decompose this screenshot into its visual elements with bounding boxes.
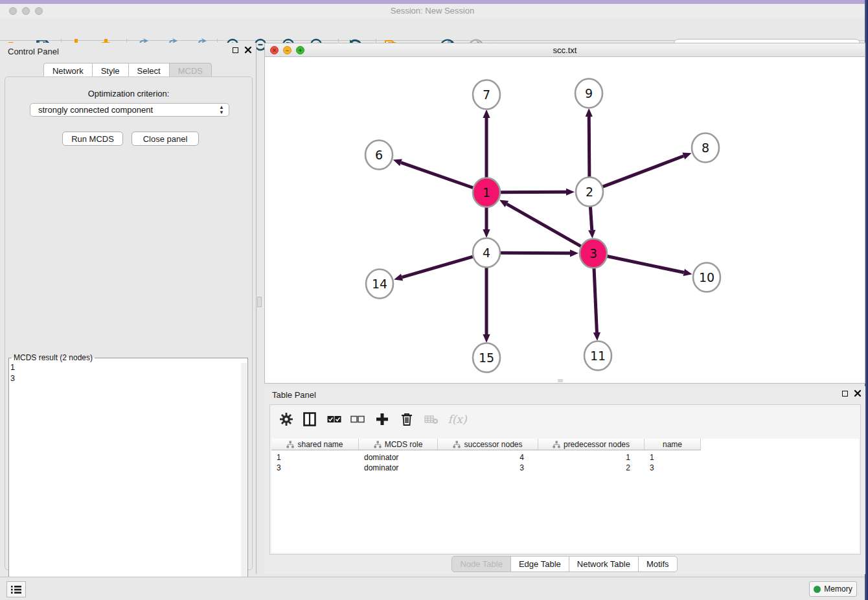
table-toolbar: f(x) (270, 405, 860, 433)
column-visibility-icon[interactable] (301, 411, 318, 428)
edge-1-6[interactable] (401, 163, 473, 188)
graph-node-15[interactable]: 15 (473, 343, 500, 373)
task-history-button[interactable] (6, 581, 26, 597)
select-all-icon[interactable] (326, 411, 343, 428)
tab-edge-table[interactable]: Edge Table (510, 556, 569, 572)
edge-3-11[interactable] (594, 268, 597, 332)
window-titlebar: Session: New Session (0, 4, 865, 19)
node-label: 7 (483, 87, 490, 102)
tab-motifs[interactable]: Motifs (638, 556, 678, 572)
memory-status-icon (814, 586, 821, 593)
float-panel-icon[interactable] (233, 47, 238, 53)
main-toolbar (0, 18, 865, 41)
close-panel-button[interactable]: Close panel (131, 132, 199, 146)
hierarchy-column-icon (553, 441, 560, 448)
graph-node-7[interactable]: 7 (473, 80, 500, 110)
list-icon (11, 585, 21, 594)
edge-arrowhead (593, 332, 600, 341)
node-label: 6 (375, 148, 383, 162)
edge-3-10[interactable] (608, 257, 684, 273)
graph-node-11[interactable]: 11 (584, 341, 611, 371)
memory-button[interactable]: Memory (809, 581, 857, 597)
edge-2-9[interactable] (589, 117, 589, 178)
network-window-titlebar[interactable]: ✕ − + scc.txt (264, 43, 865, 57)
edge-arrowhead (586, 108, 593, 117)
table-panel-title: Table Panel (272, 390, 316, 400)
settings-gear-icon[interactable] (278, 411, 295, 428)
add-row-icon[interactable] (374, 411, 391, 428)
edge-4-14[interactable] (402, 257, 473, 277)
window-title: Session: New Session (0, 6, 865, 16)
splitter-handle[interactable] (257, 297, 262, 307)
hierarchy-column-icon (453, 441, 461, 448)
graph-node-2[interactable]: 2 (576, 178, 603, 207)
mcds-result-line: 3 (10, 373, 15, 384)
edge-2-8[interactable] (603, 156, 684, 187)
edge-arrowhead (570, 249, 578, 257)
graph-node-8[interactable]: 8 (692, 133, 719, 163)
mcds-result-title: MCDS result (2 nodes) (12, 353, 95, 362)
column-header-predecessor-nodes[interactable]: predecessor nodes (538, 439, 645, 450)
edge-arrowhead (483, 229, 490, 238)
graph-node-14[interactable]: 14 (366, 270, 393, 299)
graph-node-9[interactable]: 9 (575, 79, 602, 108)
graph-node-4[interactable]: 4 (473, 238, 500, 268)
table-cell[interactable]: dominator (359, 463, 438, 472)
edge-arrowhead (566, 189, 575, 196)
edge-4-3[interactable] (501, 253, 570, 253)
column-header-MCDS-role[interactable]: MCDS role (359, 439, 438, 450)
table-cell[interactable]: dominator (359, 453, 438, 462)
optimization-criterion-dropdown[interactable]: strongly connected component ▲▼ (30, 103, 229, 117)
node-label: 1 (483, 185, 490, 200)
column-header-shared-name[interactable]: shared name (271, 439, 359, 450)
edge-1-2[interactable] (501, 192, 566, 192)
float-table-panel-icon[interactable] (842, 391, 848, 397)
network-canvas[interactable]: 7968124314101511 (264, 57, 865, 384)
table-cell[interactable]: 3 (645, 463, 701, 472)
node-label: 4 (483, 246, 490, 260)
dropdown-stepper-icon: ▲▼ (219, 105, 224, 115)
mcds-result-box: MCDS result (2 nodes) 13 (8, 353, 248, 599)
tab-network-table[interactable]: Network Table (569, 556, 639, 572)
table-cell[interactable]: 3 (271, 463, 359, 472)
column-label: name (663, 440, 682, 449)
edge-3-1[interactable] (507, 204, 581, 246)
table-cell[interactable]: 1 (645, 453, 701, 462)
table-cell[interactable]: 2 (538, 463, 645, 472)
column-header-successor-nodes[interactable]: successor nodes (438, 439, 538, 450)
delete-table-icon[interactable] (423, 411, 440, 428)
hierarchy-column-icon (374, 441, 382, 448)
mcds-panel: Optimization criterion: strongly connect… (5, 76, 253, 570)
edge-2-3[interactable] (590, 206, 591, 230)
tab-node-table[interactable]: Node Table (451, 556, 511, 572)
control-panel-header: Control Panel (0, 43, 256, 60)
optimization-criterion-label: Optimization criterion: (5, 89, 252, 98)
node-label: 15 (479, 351, 494, 365)
node-label: 9 (585, 86, 593, 100)
table-cell[interactable]: 1 (271, 453, 359, 462)
close-table-panel-icon[interactable] (854, 389, 862, 397)
close-panel-icon[interactable] (244, 46, 252, 54)
mcds-result-lines[interactable]: 13 (10, 362, 15, 384)
network-window: ✕ − + scc.txt 7968124314101511 (264, 43, 865, 384)
edge-arrowhead (588, 230, 595, 238)
function-builder-icon[interactable]: f(x) (446, 411, 468, 428)
result-scrollbar[interactable] (241, 363, 247, 591)
table-panel-body: f(x) shared nameMCDS rolesuccessor nodes… (269, 404, 861, 555)
column-label: successor nodes (464, 440, 522, 449)
run-mcds-button[interactable]: Run MCDS (62, 132, 123, 146)
column-header-name[interactable]: name (645, 439, 701, 450)
table-cell[interactable]: 3 (438, 463, 538, 472)
edge-arrowhead (483, 110, 490, 118)
graph-node-3[interactable]: 3 (580, 239, 607, 268)
graph-node-6[interactable]: 6 (365, 141, 393, 170)
network-graph[interactable]: 7968124314101511 (265, 57, 865, 382)
graph-node-1[interactable]: 1 (473, 178, 500, 207)
table-cell[interactable]: 4 (438, 453, 538, 462)
deselect-all-icon[interactable] (349, 411, 366, 428)
delete-row-icon[interactable] (398, 411, 415, 428)
dropdown-value: strongly connected component (38, 105, 153, 115)
graph-node-10[interactable]: 10 (693, 263, 720, 292)
edge-arrowhead (394, 274, 403, 281)
table-cell[interactable]: 1 (538, 453, 645, 462)
